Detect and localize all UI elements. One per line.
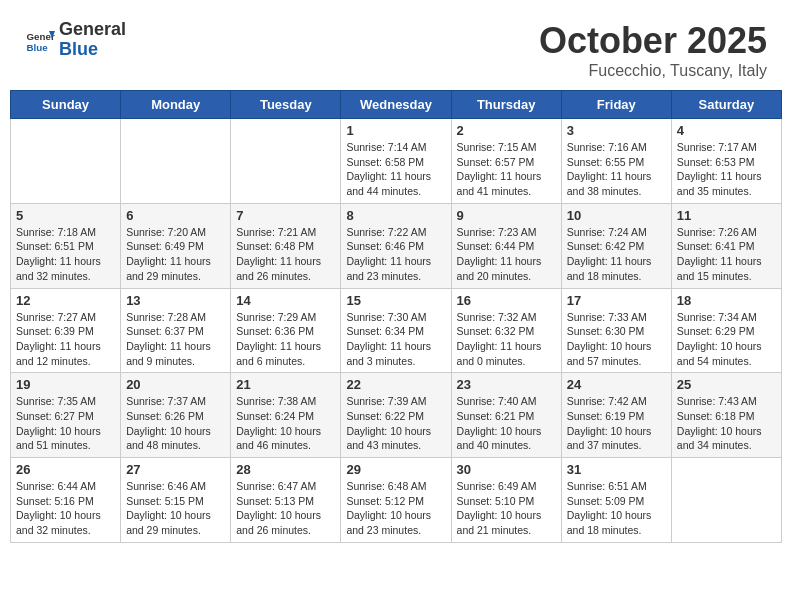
calendar-cell: 28Sunrise: 6:47 AMSunset: 5:13 PMDayligh… [231, 458, 341, 543]
day-info: Sunrise: 7:33 AMSunset: 6:30 PMDaylight:… [567, 310, 666, 369]
calendar-cell: 25Sunrise: 7:43 AMSunset: 6:18 PMDayligh… [671, 373, 781, 458]
calendar-cell: 8Sunrise: 7:22 AMSunset: 6:46 PMDaylight… [341, 203, 451, 288]
calendar-cell: 24Sunrise: 7:42 AMSunset: 6:19 PMDayligh… [561, 373, 671, 458]
day-number: 26 [16, 462, 115, 477]
day-info: Sunrise: 7:40 AMSunset: 6:21 PMDaylight:… [457, 394, 556, 453]
day-info: Sunrise: 7:32 AMSunset: 6:32 PMDaylight:… [457, 310, 556, 369]
weekday-header: Wednesday [341, 91, 451, 119]
calendar-cell: 5Sunrise: 7:18 AMSunset: 6:51 PMDaylight… [11, 203, 121, 288]
day-info: Sunrise: 6:46 AMSunset: 5:15 PMDaylight:… [126, 479, 225, 538]
day-info: Sunrise: 7:18 AMSunset: 6:51 PMDaylight:… [16, 225, 115, 284]
day-number: 4 [677, 123, 776, 138]
calendar-cell: 21Sunrise: 7:38 AMSunset: 6:24 PMDayligh… [231, 373, 341, 458]
day-info: Sunrise: 7:16 AMSunset: 6:55 PMDaylight:… [567, 140, 666, 199]
calendar-cell: 12Sunrise: 7:27 AMSunset: 6:39 PMDayligh… [11, 288, 121, 373]
svg-text:Blue: Blue [27, 41, 49, 52]
weekday-header: Monday [121, 91, 231, 119]
calendar-cell [121, 119, 231, 204]
logo-blue: Blue [59, 40, 126, 60]
day-info: Sunrise: 7:20 AMSunset: 6:49 PMDaylight:… [126, 225, 225, 284]
weekday-header: Sunday [11, 91, 121, 119]
day-info: Sunrise: 7:22 AMSunset: 6:46 PMDaylight:… [346, 225, 445, 284]
logo: General Blue General Blue [25, 20, 126, 60]
day-number: 21 [236, 377, 335, 392]
day-number: 1 [346, 123, 445, 138]
day-number: 22 [346, 377, 445, 392]
day-info: Sunrise: 7:38 AMSunset: 6:24 PMDaylight:… [236, 394, 335, 453]
day-number: 12 [16, 293, 115, 308]
calendar-week-row: 5Sunrise: 7:18 AMSunset: 6:51 PMDaylight… [11, 203, 782, 288]
logo-text: General Blue [59, 20, 126, 60]
day-info: Sunrise: 7:42 AMSunset: 6:19 PMDaylight:… [567, 394, 666, 453]
logo-general: General [59, 20, 126, 40]
day-info: Sunrise: 7:35 AMSunset: 6:27 PMDaylight:… [16, 394, 115, 453]
calendar-cell: 15Sunrise: 7:30 AMSunset: 6:34 PMDayligh… [341, 288, 451, 373]
month-title: October 2025 [539, 20, 767, 62]
day-number: 30 [457, 462, 556, 477]
day-info: Sunrise: 7:28 AMSunset: 6:37 PMDaylight:… [126, 310, 225, 369]
day-info: Sunrise: 6:44 AMSunset: 5:16 PMDaylight:… [16, 479, 115, 538]
calendar-cell [671, 458, 781, 543]
weekday-header: Friday [561, 91, 671, 119]
day-info: Sunrise: 7:37 AMSunset: 6:26 PMDaylight:… [126, 394, 225, 453]
day-number: 20 [126, 377, 225, 392]
logo-icon: General Blue [25, 25, 55, 55]
calendar-week-row: 1Sunrise: 7:14 AMSunset: 6:58 PMDaylight… [11, 119, 782, 204]
calendar-cell [11, 119, 121, 204]
day-number: 31 [567, 462, 666, 477]
calendar-cell: 9Sunrise: 7:23 AMSunset: 6:44 PMDaylight… [451, 203, 561, 288]
weekday-header: Saturday [671, 91, 781, 119]
day-info: Sunrise: 7:43 AMSunset: 6:18 PMDaylight:… [677, 394, 776, 453]
day-number: 3 [567, 123, 666, 138]
day-number: 2 [457, 123, 556, 138]
day-number: 15 [346, 293, 445, 308]
calendar-cell: 14Sunrise: 7:29 AMSunset: 6:36 PMDayligh… [231, 288, 341, 373]
day-info: Sunrise: 6:47 AMSunset: 5:13 PMDaylight:… [236, 479, 335, 538]
day-number: 11 [677, 208, 776, 223]
day-number: 7 [236, 208, 335, 223]
day-number: 8 [346, 208, 445, 223]
calendar-cell: 27Sunrise: 6:46 AMSunset: 5:15 PMDayligh… [121, 458, 231, 543]
day-info: Sunrise: 6:48 AMSunset: 5:12 PMDaylight:… [346, 479, 445, 538]
day-info: Sunrise: 7:23 AMSunset: 6:44 PMDaylight:… [457, 225, 556, 284]
title-block: October 2025 Fucecchio, Tuscany, Italy [539, 20, 767, 80]
day-info: Sunrise: 6:51 AMSunset: 5:09 PMDaylight:… [567, 479, 666, 538]
calendar-cell: 23Sunrise: 7:40 AMSunset: 6:21 PMDayligh… [451, 373, 561, 458]
day-info: Sunrise: 7:39 AMSunset: 6:22 PMDaylight:… [346, 394, 445, 453]
day-info: Sunrise: 7:27 AMSunset: 6:39 PMDaylight:… [16, 310, 115, 369]
day-number: 24 [567, 377, 666, 392]
day-info: Sunrise: 7:30 AMSunset: 6:34 PMDaylight:… [346, 310, 445, 369]
calendar-cell [231, 119, 341, 204]
day-number: 6 [126, 208, 225, 223]
day-info: Sunrise: 7:24 AMSunset: 6:42 PMDaylight:… [567, 225, 666, 284]
calendar-cell: 16Sunrise: 7:32 AMSunset: 6:32 PMDayligh… [451, 288, 561, 373]
location: Fucecchio, Tuscany, Italy [539, 62, 767, 80]
calendar-cell: 17Sunrise: 7:33 AMSunset: 6:30 PMDayligh… [561, 288, 671, 373]
day-number: 13 [126, 293, 225, 308]
day-info: Sunrise: 7:34 AMSunset: 6:29 PMDaylight:… [677, 310, 776, 369]
calendar-week-row: 12Sunrise: 7:27 AMSunset: 6:39 PMDayligh… [11, 288, 782, 373]
calendar-cell: 2Sunrise: 7:15 AMSunset: 6:57 PMDaylight… [451, 119, 561, 204]
day-number: 5 [16, 208, 115, 223]
day-number: 27 [126, 462, 225, 477]
calendar-cell: 19Sunrise: 7:35 AMSunset: 6:27 PMDayligh… [11, 373, 121, 458]
calendar-week-row: 26Sunrise: 6:44 AMSunset: 5:16 PMDayligh… [11, 458, 782, 543]
day-number: 17 [567, 293, 666, 308]
day-number: 16 [457, 293, 556, 308]
weekday-header: Thursday [451, 91, 561, 119]
day-info: Sunrise: 7:21 AMSunset: 6:48 PMDaylight:… [236, 225, 335, 284]
day-info: Sunrise: 7:26 AMSunset: 6:41 PMDaylight:… [677, 225, 776, 284]
calendar-cell: 31Sunrise: 6:51 AMSunset: 5:09 PMDayligh… [561, 458, 671, 543]
day-number: 25 [677, 377, 776, 392]
calendar-cell: 1Sunrise: 7:14 AMSunset: 6:58 PMDaylight… [341, 119, 451, 204]
day-info: Sunrise: 7:14 AMSunset: 6:58 PMDaylight:… [346, 140, 445, 199]
day-number: 23 [457, 377, 556, 392]
day-number: 18 [677, 293, 776, 308]
calendar-cell: 18Sunrise: 7:34 AMSunset: 6:29 PMDayligh… [671, 288, 781, 373]
calendar-cell: 7Sunrise: 7:21 AMSunset: 6:48 PMDaylight… [231, 203, 341, 288]
weekday-header: Tuesday [231, 91, 341, 119]
day-number: 29 [346, 462, 445, 477]
day-info: Sunrise: 6:49 AMSunset: 5:10 PMDaylight:… [457, 479, 556, 538]
calendar-cell: 22Sunrise: 7:39 AMSunset: 6:22 PMDayligh… [341, 373, 451, 458]
calendar-cell: 3Sunrise: 7:16 AMSunset: 6:55 PMDaylight… [561, 119, 671, 204]
